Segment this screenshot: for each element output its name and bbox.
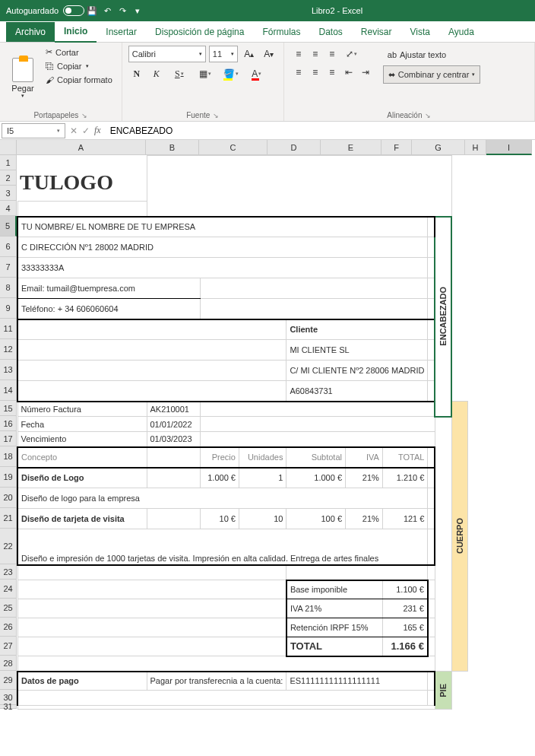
align-left-icon[interactable]: ≡ — [290, 64, 307, 81]
col-header-I[interactable]: I — [486, 140, 532, 155]
cell[interactable]: 21% — [346, 468, 383, 488]
quick-access-icon[interactable]: ▾ — [130, 6, 145, 16]
cell[interactable] — [428, 299, 435, 319]
font-launcher[interactable]: ↘ — [213, 112, 219, 119]
cell[interactable] — [17, 580, 286, 599]
decrease-indent-icon[interactable]: ⇤ — [340, 64, 357, 81]
format-painter-button[interactable]: 🖌Copiar formato — [43, 74, 116, 86]
row-header-23[interactable]: 23 — [0, 564, 17, 580]
cell[interactable]: 1.166 € — [382, 637, 428, 656]
tab-data[interactable]: Datos — [309, 22, 351, 42]
row-header-3[interactable]: 3 — [0, 186, 17, 201]
cell[interactable]: 100 € — [286, 509, 346, 529]
save-icon[interactable]: 💾 — [84, 6, 100, 16]
redo-icon[interactable]: ↷ — [115, 6, 130, 16]
cell[interactable]: MI CLIENTE SL — [286, 340, 428, 361]
cell[interactable]: TU NOMBRE/ EL NOMBRE DE TU EMPRESA — [17, 217, 428, 237]
row-header-15[interactable]: 15 — [0, 401, 17, 416]
spreadsheet-grid[interactable]: ABCDEFGHI 123456789111213141516171819202… — [0, 140, 535, 756]
cell[interactable]: 1.100 € — [382, 580, 428, 599]
cell[interactable]: 1.000 € — [286, 468, 346, 488]
cell[interactable] — [428, 361, 435, 381]
increase-font-icon[interactable]: A▴ — [241, 46, 258, 62]
formula-input[interactable] — [107, 125, 535, 136]
font-size-select[interactable]: 11▾ — [209, 46, 238, 62]
cell[interactable]: Unidades — [239, 447, 286, 468]
cell[interactable]: Email: tumail@tuempresa.com — [17, 278, 200, 299]
cell[interactable]: 33333333A — [17, 258, 428, 278]
bold-button[interactable]: N — [128, 65, 145, 82]
cell[interactable] — [17, 565, 286, 580]
side-encabezado[interactable]: ENCABEZADO — [435, 217, 451, 417]
cell[interactable] — [428, 672, 435, 691]
cell[interactable]: C DIRECCIÓN Nº1 28002 MADRID — [17, 237, 428, 258]
undo-dropdown-icon[interactable]: ↶ — [100, 6, 115, 16]
col-header-E[interactable]: E — [321, 140, 381, 155]
fx-icon[interactable]: fx — [94, 125, 101, 136]
align-bottom-icon[interactable]: ≡ — [324, 46, 340, 62]
cell[interactable]: AK210001 — [147, 402, 200, 417]
cell[interactable] — [428, 618, 435, 637]
cell[interactable]: IVA 21% — [286, 599, 382, 618]
cell[interactable]: Retención IRPF 15% — [286, 618, 382, 637]
cut-button[interactable]: ✂Cortar — [43, 46, 116, 59]
cell[interactable] — [428, 468, 435, 488]
row-header-28[interactable]: 28 — [0, 656, 17, 671]
name-box[interactable]: I5▾ — [2, 123, 65, 138]
tab-page-layout[interactable]: Disposición de página — [146, 22, 253, 42]
cell[interactable]: 01/01/2022 — [147, 417, 200, 432]
cell[interactable] — [428, 488, 435, 509]
merge-center-button[interactable]: ⬌Combinar y centrar▾ — [383, 65, 481, 84]
cell[interactable]: Cliente — [286, 319, 428, 340]
cell[interactable]: ES11111111111111111 — [286, 672, 428, 691]
align-top-icon[interactable]: ≡ — [290, 46, 307, 62]
cell[interactable] — [147, 468, 200, 488]
col-header-H[interactable]: H — [465, 140, 486, 155]
cell[interactable] — [428, 217, 435, 237]
tab-help[interactable]: Ayuda — [439, 22, 483, 42]
row-header-5[interactable]: 5 — [0, 216, 17, 237]
autosave-toggle[interactable]: Autoguardado — [6, 5, 84, 16]
row-header-8[interactable]: 8 — [0, 278, 17, 298]
row-header-9[interactable]: 9 — [0, 298, 17, 319]
cell[interactable] — [17, 618, 286, 637]
cell[interactable]: Diseño de logo para la empresa — [17, 488, 428, 509]
cell[interactable]: A60843731 — [286, 381, 428, 402]
col-header-C[interactable]: C — [199, 140, 268, 155]
cell[interactable] — [17, 202, 147, 217]
row-header-19[interactable]: 19 — [0, 467, 17, 488]
clipboard-launcher[interactable]: ↘ — [81, 112, 87, 119]
cell[interactable] — [147, 447, 200, 468]
tab-home[interactable]: Inicio — [55, 21, 97, 43]
paste-button[interactable]: Pegar ▾ — [6, 46, 40, 111]
cell[interactable]: Diseño e impresión de 1000 tarjetas de v… — [17, 529, 428, 565]
orientation-icon[interactable]: ⤢▾ — [340, 46, 363, 62]
cell[interactable]: 21% — [346, 509, 383, 529]
cell[interactable] — [428, 447, 435, 468]
cell[interactable] — [17, 599, 286, 618]
align-center-icon[interactable]: ≡ — [307, 64, 324, 81]
borders-button[interactable]: ▦▾ — [194, 65, 217, 82]
cell[interactable]: Datos de pago — [17, 672, 147, 691]
row-header-11[interactable]: 11 — [0, 319, 17, 339]
cell[interactable] — [428, 637, 435, 656]
cell[interactable]: Fecha — [17, 417, 147, 432]
tab-file[interactable]: Archivo — [6, 22, 55, 42]
tab-review[interactable]: Revisar — [352, 22, 401, 42]
cell[interactable] — [428, 565, 435, 580]
increase-indent-icon[interactable]: ⇥ — [357, 64, 374, 81]
row-header-4[interactable]: 4 — [0, 201, 17, 216]
cell[interactable] — [200, 402, 435, 417]
cell[interactable]: IVA — [346, 447, 383, 468]
font-name-select[interactable]: Calibri▾ — [128, 46, 206, 62]
cell[interactable] — [200, 432, 435, 447]
underline-button[interactable]: S▾ — [168, 65, 191, 82]
cell[interactable] — [428, 599, 435, 618]
wrap-text-button[interactable]: abAjustar texto — [383, 46, 481, 64]
cell[interactable] — [428, 509, 435, 529]
cell[interactable]: Vencimiento — [17, 432, 147, 447]
align-right-icon[interactable]: ≡ — [324, 64, 340, 81]
row-header-2[interactable]: 2 — [0, 170, 17, 186]
cell[interactable] — [200, 417, 435, 432]
fill-color-button[interactable]: 🪣▾ — [220, 65, 242, 82]
